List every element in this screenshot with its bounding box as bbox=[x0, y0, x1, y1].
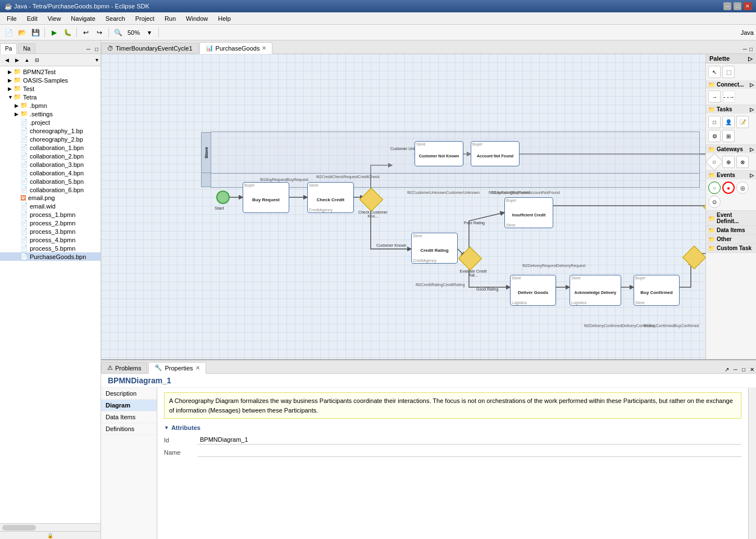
bottom-close-button[interactable]: ✕ bbox=[748, 366, 756, 373]
tree-item-process3[interactable]: ▶ 📄 process_3.bpmn bbox=[0, 227, 101, 235]
palette-end-event[interactable]: ● bbox=[722, 182, 735, 194]
tree-item-email-wid[interactable]: ▶ 📄 email.wid bbox=[0, 202, 101, 210]
palette-event-gateway[interactable]: ⊗ bbox=[736, 156, 749, 168]
tree-item-process2[interactable]: ▶ 📄 process_2.bpmn bbox=[0, 219, 101, 227]
menu-help[interactable]: Help bbox=[213, 14, 235, 23]
menu-search[interactable]: Search bbox=[101, 14, 130, 23]
undo-button[interactable]: ↩ bbox=[80, 26, 92, 39]
sidebar-dropdown-button[interactable]: ▾ bbox=[95, 57, 98, 63]
editor-minimize-button[interactable]: ─ bbox=[742, 45, 748, 53]
tree-item-oasis[interactable]: ▶ 📁 OASIS-Samples bbox=[0, 76, 101, 84]
task-account-not-found[interactable]: Buyer Account Not Found bbox=[471, 141, 520, 166]
tree-item-process4[interactable]: ▶ 📄 process_4.bpmn bbox=[0, 235, 101, 244]
prop-nav-definitions[interactable]: Definitions bbox=[101, 423, 157, 435]
sidebar-back-button[interactable]: ◀ bbox=[2, 56, 11, 65]
tab-properties[interactable]: 🔧 Properties ✕ bbox=[148, 362, 206, 374]
bottom-minimize-button[interactable]: ─ bbox=[732, 366, 739, 373]
palette-task-user[interactable]: 👤 bbox=[722, 116, 735, 128]
tab-timer[interactable]: ⏱ TimerBoundaryEventCycle1 bbox=[101, 43, 199, 53]
tree-item-choreography2[interactable]: ▶ 📄 choreography_2.bp bbox=[0, 135, 101, 143]
palette-tasks-header[interactable]: 📁 Tasks ▷ bbox=[706, 105, 756, 114]
new-button[interactable]: 📄 bbox=[2, 26, 15, 39]
tree-item-settings[interactable]: ▶ 📁 .settings bbox=[0, 110, 101, 118]
canvas-area[interactable]: Buyer Store Start Buyer Buy Request Sto bbox=[101, 54, 705, 359]
bottom-external-button[interactable]: ↗ bbox=[723, 366, 731, 373]
palette-gateways-header[interactable]: 📁 Gateways ▷ bbox=[706, 145, 756, 153]
sidebar-maximize-button[interactable]: □ bbox=[93, 45, 101, 53]
sidebar-up-button[interactable]: ▲ bbox=[22, 56, 31, 65]
open-button[interactable]: 📂 bbox=[16, 26, 28, 39]
palette-sequence-flow[interactable]: → bbox=[708, 90, 721, 103]
tree-item-process5[interactable]: ▶ 📄 process_5.bpmn bbox=[0, 244, 101, 252]
zoom-dropdown-button[interactable]: ▾ bbox=[143, 26, 156, 39]
tree-item-tetra[interactable]: ▼ 📁 Tetra bbox=[0, 93, 101, 101]
tree-item-collaboration6[interactable]: ▶ 📄 collaboration_6.bpn bbox=[0, 185, 101, 194]
sidebar-collapse-button[interactable]: ⊟ bbox=[33, 56, 42, 65]
palette-task-script[interactable]: 📝 bbox=[736, 116, 749, 128]
tree-item-choreography1[interactable]: ▶ 📄 choreography_1.bp bbox=[0, 126, 101, 135]
palette-task-service[interactable]: ⚙ bbox=[708, 130, 721, 142]
palette-select-tool[interactable]: ↖ bbox=[708, 66, 721, 78]
tree-item-bpmn2test[interactable]: ▶ 📁 BPMN2Test bbox=[0, 67, 101, 76]
prop-nav-description[interactable]: Description bbox=[101, 388, 157, 400]
task-insufficient-credit[interactable]: Buyer Insufficient Credit Store bbox=[504, 197, 553, 228]
debug-button[interactable]: 🐛 bbox=[61, 26, 74, 39]
run-button[interactable]: ▶ bbox=[48, 26, 60, 39]
menu-navigate[interactable]: Navigate bbox=[66, 14, 99, 23]
maximize-button[interactable]: □ bbox=[734, 2, 741, 10]
menu-window[interactable]: Window bbox=[181, 14, 212, 23]
palette-task-basic[interactable]: □ bbox=[708, 116, 721, 128]
palette-parallel-gateway[interactable]: ⊕ bbox=[722, 156, 735, 168]
sidebar-minimize-button[interactable]: ─ bbox=[84, 45, 93, 53]
palette-other-header[interactable]: 📁 Other bbox=[706, 235, 756, 243]
menu-view[interactable]: View bbox=[43, 14, 66, 23]
gateway-check-customer[interactable] bbox=[359, 188, 383, 211]
sidebar-tab-package-explorer[interactable]: Pa bbox=[0, 43, 17, 54]
tab-problems[interactable]: ⚠ Problems bbox=[101, 362, 147, 373]
tree-item-bpmn-folder[interactable]: ▶ 📁 .bpmn bbox=[0, 101, 101, 110]
palette-message-flow[interactable]: - -→ bbox=[723, 90, 735, 103]
zoom-out-button[interactable]: 🔍 bbox=[112, 26, 124, 39]
tab-purchasegoods-close[interactable]: ✕ bbox=[262, 45, 266, 51]
close-button[interactable]: ✕ bbox=[744, 2, 752, 10]
gateway-gw1[interactable] bbox=[703, 195, 705, 219]
gateway-gw2[interactable] bbox=[682, 246, 705, 269]
palette-events-header[interactable]: 📁 Events ▷ bbox=[706, 171, 756, 179]
palette-marquee-tool[interactable]: ⬚ bbox=[722, 66, 735, 78]
tab-properties-close[interactable]: ✕ bbox=[195, 365, 200, 371]
task-deliver-goods[interactable]: Store Deliver Goods Logistics bbox=[510, 275, 556, 306]
palette-connect-header[interactable]: 📁 Connect... ▷ bbox=[706, 80, 756, 89]
prop-nav-data-items[interactable]: Data Items bbox=[101, 411, 157, 423]
save-button[interactable]: 💾 bbox=[29, 26, 42, 39]
palette-data-items-header[interactable]: 📁 Data Items bbox=[706, 226, 756, 234]
palette-boundary-event[interactable]: ⊙ bbox=[708, 196, 721, 208]
palette-collapse-button[interactable]: ▷ bbox=[748, 56, 753, 62]
task-check-credit[interactable]: Store Check Credit CreditAgency bbox=[307, 182, 354, 213]
palette-excl-gateway[interactable]: ◇ bbox=[705, 153, 723, 170]
palette-custom-task-header[interactable]: 📁 Custom Task bbox=[706, 244, 756, 252]
task-customer-not-known[interactable]: Store Customer Not Known bbox=[415, 141, 463, 166]
editor-maximize-button[interactable]: □ bbox=[748, 45, 754, 53]
prop-id-value[interactable]: BPMNDiagram_1 bbox=[198, 436, 741, 445]
palette-event-defs-header[interactable]: 📁 Event Definit... bbox=[706, 211, 756, 225]
tree-item-purchasegoods[interactable]: ▶ 📄 PurchaseGoods.bpn bbox=[0, 252, 101, 261]
prop-name-value[interactable] bbox=[198, 448, 741, 457]
start-event[interactable]: Start bbox=[216, 191, 230, 204]
task-acknowledge-delivery[interactable]: Store Acknowledge Delivery Logistics bbox=[570, 275, 621, 306]
palette-start-event[interactable]: ○ bbox=[708, 182, 721, 194]
task-buy-request[interactable]: Buyer Buy Request bbox=[243, 182, 289, 213]
tree-item-collaboration2[interactable]: ▶ 📄 collaboration_2.bpn bbox=[0, 152, 101, 160]
minimize-button[interactable]: ─ bbox=[723, 2, 731, 10]
sidebar-forward-button[interactable]: ▶ bbox=[12, 56, 21, 65]
prop-nav-diagram[interactable]: Diagram bbox=[101, 400, 157, 411]
redo-button[interactable]: ↪ bbox=[93, 26, 106, 39]
task-buy-confirmed[interactable]: Buyer Buy Confirmed Store bbox=[634, 275, 680, 306]
tree-item-test[interactable]: ▶ 📁 Test bbox=[0, 84, 101, 93]
task-credit-rating[interactable]: Store Credit Rating CreditAgency bbox=[411, 233, 458, 264]
palette-task-grid[interactable]: ⊞ bbox=[722, 130, 735, 142]
tree-item-collaboration4[interactable]: ▶ 📄 collaboration_4.bpn bbox=[0, 169, 101, 177]
properties-scrollbar[interactable] bbox=[748, 388, 756, 539]
tab-purchasegoods[interactable]: 📊 PurchaseGoods ✕ bbox=[199, 42, 273, 54]
tree-item-project[interactable]: ▶ 📄 .project bbox=[0, 118, 101, 126]
menu-run[interactable]: Run bbox=[160, 14, 180, 23]
